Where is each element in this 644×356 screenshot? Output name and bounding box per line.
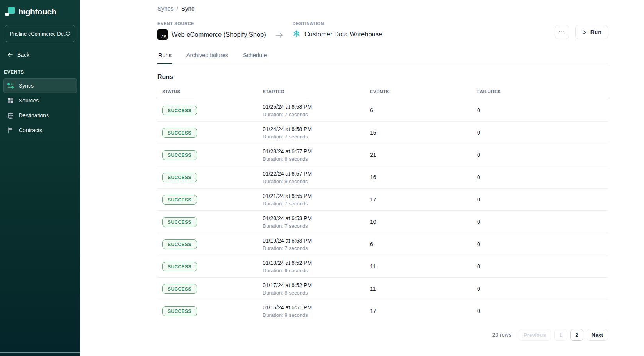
run-button[interactable]: Run [575,25,608,39]
workspace-selector[interactable]: Pristine eCommerce De... [5,25,75,42]
sidebar-item-label: Syncs [19,83,34,89]
sidebar-item-label: Destinations [19,112,49,119]
breadcrumb-syncs-link[interactable]: Syncs [157,5,174,12]
more-options-button[interactable]: ··· [555,25,569,39]
run-events-count: 11 [370,286,477,292]
events-section-label: EVENTS [4,70,80,74]
chevron-updown-icon [66,31,70,37]
run-failures-count: 0 [477,263,608,270]
breadcrumb-separator: / [177,5,178,12]
sidebar-footer-divider [0,352,80,353]
run-failures-count: 0 [477,129,608,136]
run-events-count: 17 [370,196,477,203]
breadcrumb: Syncs / Sync [157,0,608,12]
run-duration: Duration: 9 seconds [263,312,370,318]
main-content: Syncs / Sync EVENT SOURCE JS Web eCommer… [80,0,644,341]
play-icon [582,30,587,35]
column-header-failures: FAILURES [477,89,608,94]
sidebar-item-destinations[interactable]: Destinations [3,108,77,123]
destination-label: DESTINATION [293,21,382,26]
run-failures-count: 0 [477,241,608,247]
header-actions: ··· Run [555,25,608,39]
table-row[interactable]: SUCCESS 01/24/24 at 6:58 PM Duration: 7 … [157,122,608,144]
table-row[interactable]: SUCCESS 01/17/24 at 6:52 PM Duration: 8 … [157,278,608,300]
run-duration: Duration: 9 seconds [263,268,370,273]
run-started-time: 01/21/24 at 6:55 PM [263,193,370,199]
page-1-button[interactable]: 1 [554,329,567,341]
column-header-status: STATUS [157,89,263,94]
status-badge: SUCCESS [162,128,197,138]
run-events-count: 6 [370,241,477,247]
status-badge: SUCCESS [162,284,197,294]
run-duration: Duration: 7 seconds [263,245,370,251]
status-badge: SUCCESS [162,306,197,316]
table-row[interactable]: SUCCESS 01/20/24 at 6:53 PM Duration: 7 … [157,211,608,233]
run-duration: Duration: 7 seconds [263,134,370,140]
table-header: STATUS STARTED EVENTS FAILURES [157,89,608,99]
event-source-name[interactable]: Web eCommerce (Shopify Shop) [172,31,266,38]
run-started-time: 01/19/24 at 6:53 PM [263,237,370,244]
column-header-events: EVENTS [370,89,477,94]
sidebar-item-syncs[interactable]: Syncs [3,78,77,93]
pagination: 20 rows Previous 1 2 Next [157,329,608,341]
run-failures-count: 0 [477,107,608,113]
sidebar-nav: Syncs Sources Destinations [0,78,80,138]
table-body: SUCCESS 01/25/24 at 6:58 PM Duration: 7 … [157,99,608,322]
run-failures-count: 0 [477,174,608,180]
contracts-icon [7,127,14,134]
hightouch-logo-icon [5,7,15,16]
table-row[interactable]: SUCCESS 01/16/24 at 6:51 PM Duration: 9 … [157,300,608,322]
run-failures-count: 0 [477,196,608,203]
sidebar-item-contracts[interactable]: Contracts [3,123,77,138]
back-button[interactable]: Back [7,52,80,58]
sidebar-item-label: Sources [19,97,39,104]
sidebar-item-label: Contracts [19,127,42,133]
status-badge: SUCCESS [162,150,197,160]
table-row[interactable]: SUCCESS 01/25/24 at 6:58 PM Duration: 7 … [157,99,608,122]
next-page-button[interactable]: Next [587,329,608,341]
run-started-time: 01/23/24 at 6:57 PM [263,148,370,155]
rows-count-label: 20 rows [492,332,512,338]
column-header-started: STARTED [263,89,370,94]
tab-archived-failures[interactable]: Archived failures [186,50,229,64]
run-started-time: 01/22/24 at 6:57 PM [263,171,370,177]
page-2-button[interactable]: 2 [570,329,583,341]
destination-name[interactable]: Customer Data Warehouse [304,31,382,38]
table-row[interactable]: SUCCESS 01/18/24 at 6:52 PM Duration: 9 … [157,255,608,278]
previous-page-button[interactable]: Previous [519,329,551,341]
run-started-time: 01/17/24 at 6:52 PM [263,282,370,288]
event-source-label: EVENT SOURCE [157,21,266,26]
sidebar: hightouch Pristine eCommerce De... Back … [0,0,80,356]
run-duration: Duration: 7 seconds [263,201,370,207]
run-failures-count: 0 [477,286,608,292]
run-events-count: 16 [370,174,477,180]
status-badge: SUCCESS [162,195,197,205]
run-duration: Duration: 8 seconds [263,156,370,162]
runs-table: STATUS STARTED EVENTS FAILURES SUCCESS 0… [157,89,608,322]
run-events-count: 15 [370,129,477,136]
sidebar-item-sources[interactable]: Sources [3,93,77,108]
run-duration: Duration: 8 seconds [263,290,370,296]
run-events-count: 11 [370,263,477,270]
tab-schedule[interactable]: Schedule [242,50,267,64]
table-row[interactable]: SUCCESS 01/22/24 at 6:57 PM Duration: 9 … [157,166,608,189]
table-row[interactable]: SUCCESS 01/19/24 at 6:53 PM Duration: 7 … [157,233,608,255]
arrow-right-icon [275,32,283,38]
sync-flow: EVENT SOURCE JS Web eCommerce (Shopify S… [157,21,382,40]
run-duration: Duration: 9 seconds [263,178,370,184]
status-badge: SUCCESS [162,262,197,271]
status-badge: SUCCESS [162,173,197,182]
javascript-icon: JS [157,29,168,40]
destination: DESTINATION ❄ Customer Data Warehouse [293,21,382,39]
runs-section-title: Runs [157,74,608,81]
back-label: Back [17,52,29,58]
run-started-time: 01/24/24 at 6:58 PM [263,126,370,132]
sources-icon [7,97,14,104]
run-started-time: 01/18/24 at 6:52 PM [263,260,370,266]
table-row[interactable]: SUCCESS 01/23/24 at 6:57 PM Duration: 8 … [157,144,608,166]
run-started-time: 01/16/24 at 6:51 PM [263,304,370,311]
run-events-count: 17 [370,308,477,314]
tab-runs[interactable]: Runs [157,50,172,64]
run-events-count: 21 [370,152,477,158]
table-row[interactable]: SUCCESS 01/21/24 at 6:55 PM Duration: 7 … [157,189,608,211]
